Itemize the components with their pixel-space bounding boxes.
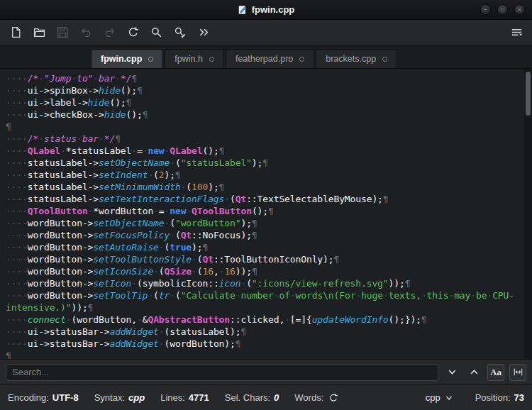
tab-fpwin.h[interactable]: fpwin.h [165, 49, 224, 68]
code-token: ui->checkBox-> [28, 109, 104, 120]
pilcrow-mark: ¶ [405, 278, 411, 289]
code-token: setAutoRaise [93, 242, 158, 253]
code-token: ); [252, 157, 262, 168]
find-next-button[interactable] [443, 364, 460, 381]
code-token: setIndent [99, 170, 148, 180]
scrollbar-thumb[interactable] [526, 72, 531, 116]
code-token: setObjectName [99, 157, 170, 168]
tab-label: fpwin.cpp [101, 54, 142, 64]
tab-featherpad.pro[interactable]: featherpad.pro [226, 49, 314, 68]
editor-area[interactable]: ····/*·"Jump·to"·bar·*/¶····ui->spinBox-… [0, 69, 532, 359]
redo-button[interactable] [99, 23, 119, 42]
find-replace-button[interactable] [170, 23, 189, 42]
code-token: (symbolicIcon:: [137, 278, 219, 289]
code-token: = [137, 145, 143, 156]
search-button[interactable] [146, 23, 166, 42]
code-token: 16 [203, 266, 214, 277]
tab-label: brackets.cpp [326, 54, 376, 64]
whitespace-dots: ···· [6, 338, 28, 349]
syntax-combo-value: cpp [426, 392, 440, 403]
code-token: statusLabel-> [28, 182, 99, 192]
undo-button[interactable] [76, 23, 96, 42]
syntax-combobox[interactable]: cpp [421, 390, 457, 405]
reload-button[interactable] [123, 23, 143, 42]
save-button[interactable] [52, 23, 72, 42]
calculate-words-button[interactable] [327, 392, 340, 404]
pilcrow-mark: ¶ [202, 242, 208, 253]
sel-chars-label: Sel. Chars: [225, 392, 270, 403]
tab-close-icon[interactable] [382, 57, 387, 62]
whitespace-dots: · [60, 145, 66, 156]
code-token: statusLabel-> [28, 157, 99, 168]
lines-value: 4771 [189, 392, 209, 403]
whitespace-dots: · [159, 242, 165, 253]
pilcrow-mark: ¶ [252, 266, 257, 277]
title-bar[interactable]: fpwin.cpp −□× [0, 0, 532, 20]
chevron-up-icon [469, 367, 480, 377]
code-token: Qt [202, 254, 213, 265]
code-line: ¶ [6, 350, 532, 359]
menu-button[interactable] [506, 23, 526, 42]
match-case-icon: Aa [490, 367, 501, 378]
whitespace-dots: · [99, 133, 104, 144]
status-bar-right: cpp Position: 73 [421, 390, 524, 405]
tab-close-icon[interactable] [209, 57, 214, 62]
whitespace-dots: ···· [6, 145, 28, 156]
lines-label: Lines: [160, 392, 185, 403]
whitespace-dots: · [153, 206, 159, 216]
search-input[interactable] [6, 364, 438, 381]
tab-close-icon[interactable] [299, 57, 304, 62]
search-bar: Aa [0, 359, 532, 384]
code-line: ····statusLabel->setMinimumWidth·(100);¶ [6, 181, 532, 193]
code-token: hide [99, 85, 121, 96]
tab-close-icon[interactable] [148, 57, 153, 62]
code-token: wordButton-> [28, 254, 93, 265]
match-case-button[interactable]: Aa [487, 364, 504, 381]
pilcrow-mark: ¶ [175, 170, 181, 180]
search-icon [150, 26, 162, 38]
whitespace-dots: ···· [6, 73, 28, 84]
whitespace-dots: ···· [6, 254, 28, 265]
code-line: ····wordButton->setToolButtonStyle·(Qt::… [6, 253, 532, 265]
whitespace-dots: ···· [6, 242, 28, 253]
code-token: statusLabel-> [28, 170, 99, 180]
code-token: "wordButton" [175, 218, 240, 228]
code-token: status [44, 133, 77, 144]
whitespace-dots: ···· [6, 218, 28, 228]
pilcrow-mark: ¶ [383, 194, 389, 204]
tab-brackets.cpp[interactable]: brackets.cpp [316, 49, 397, 68]
maximize-button[interactable]: □ [497, 4, 508, 15]
code-token: addWidget [109, 326, 158, 337]
tab-bar: fpwin.cppfpwin.hfeatherpad.probrackets.c… [0, 45, 532, 69]
whitespace-dots: · [38, 73, 44, 84]
code-token: )); [71, 302, 87, 313]
code-token: /* [28, 133, 38, 144]
whole-word-button[interactable] [509, 364, 526, 381]
whitespace-dots: ···· [6, 314, 28, 325]
tab-fpwin.cpp[interactable]: fpwin.cpp [91, 49, 163, 68]
code-line: ····ui->spinBox->hide();¶ [6, 84, 532, 96]
lines-status: Lines: 4771 [160, 392, 209, 403]
new-document-button[interactable] [6, 23, 26, 42]
encoding-label: Encoding: [8, 392, 49, 403]
code-token: ( [170, 218, 175, 228]
code-token: *wordButton [93, 206, 153, 216]
open-file-button[interactable] [29, 23, 49, 42]
save-icon [57, 26, 69, 38]
whitespace-dots: ···· [6, 326, 28, 337]
whitespace-dots: · [131, 278, 137, 289]
code-token: QToolButton [28, 206, 88, 216]
vertical-scrollbar[interactable] [524, 69, 532, 359]
code-token: wordButton-> [28, 266, 93, 277]
code-token: */ [104, 133, 115, 144]
code-token: setMinimumWidth [99, 182, 181, 192]
code-line: ····statusLabel->setIndent·(2);¶ [6, 169, 532, 181]
more-toolbuttons-button[interactable] [193, 23, 213, 42]
close-button[interactable]: × [514, 4, 525, 15]
find-previous-button[interactable] [465, 364, 482, 381]
tab-label: featherpad.pro [235, 54, 293, 64]
code-token: ::TextSelectableByMouse); [246, 194, 383, 204]
code-token: new [170, 206, 186, 216]
minimize-button[interactable]: − [480, 4, 491, 15]
whitespace-dots: · [159, 326, 165, 337]
